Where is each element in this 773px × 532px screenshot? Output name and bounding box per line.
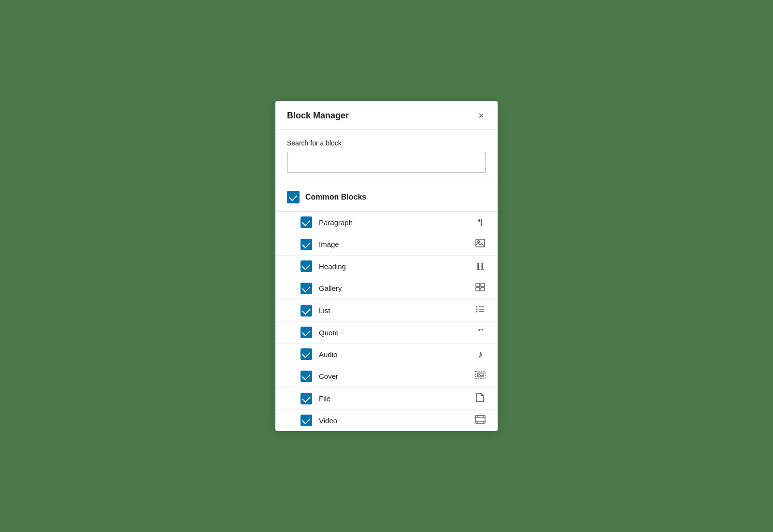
block-label-video: Video (319, 417, 337, 425)
quote-icon: “” (474, 328, 486, 337)
list-item[interactable]: Cover (275, 365, 498, 388)
search-section: Search for a block (275, 129, 498, 183)
category-section: Common Blocks Paragraph ¶ Image (275, 183, 498, 431)
block-label-gallery: Gallery (319, 284, 342, 292)
close-button[interactable]: × (476, 110, 486, 121)
svg-rect-12 (475, 371, 485, 379)
svg-point-1 (478, 241, 480, 243)
heading-icon: H (474, 261, 486, 272)
image-icon (474, 238, 486, 250)
list-item[interactable]: Paragraph ¶ (275, 212, 498, 233)
block-list: Paragraph ¶ Image (275, 212, 498, 431)
block-checkbox-gallery[interactable] (301, 283, 312, 294)
block-item-left: List (301, 305, 330, 316)
block-checkbox-image[interactable] (301, 239, 312, 250)
file-icon (474, 392, 486, 404)
block-checkbox-quote[interactable] (301, 327, 312, 338)
block-checkbox-file[interactable] (301, 393, 312, 404)
block-label-paragraph: Paragraph (319, 218, 353, 227)
svg-rect-3 (481, 283, 485, 287)
block-checkbox-audio[interactable] (301, 348, 312, 360)
block-item-left: Image (301, 239, 339, 250)
category-header[interactable]: Common Blocks (275, 183, 498, 212)
block-label-file: File (319, 394, 330, 403)
audio-icon: ♪ (474, 349, 486, 360)
list-item[interactable]: Audio ♪ (275, 344, 498, 365)
svg-rect-14 (475, 416, 485, 423)
list-item[interactable]: Heading H (275, 256, 498, 277)
block-item-left: File (301, 393, 330, 404)
search-label: Search for a block (287, 139, 486, 147)
block-item-left: Audio (301, 348, 337, 360)
svg-rect-5 (481, 288, 485, 291)
block-item-left: Cover (301, 371, 338, 382)
modal-header: Block Manager × (275, 101, 498, 129)
block-label-list: List (319, 306, 330, 315)
list-item[interactable]: Image (275, 233, 498, 256)
block-label-cover: Cover (319, 372, 338, 380)
svg-rect-4 (476, 288, 480, 291)
block-item-left: Heading (301, 260, 346, 272)
svg-rect-0 (476, 239, 485, 247)
block-manager-modal: Block Manager × Search for a block Commo… (275, 101, 498, 431)
block-label-quote: Quote (319, 329, 339, 337)
svg-rect-2 (476, 283, 480, 287)
svg-point-10 (476, 311, 478, 313)
svg-point-8 (476, 309, 478, 310)
block-label-audio: Audio (319, 350, 337, 359)
video-icon (474, 415, 486, 426)
category-checkbox[interactable] (287, 191, 300, 203)
list-item[interactable]: File (275, 388, 498, 410)
list-item[interactable]: Gallery (275, 277, 498, 300)
block-checkbox-paragraph[interactable] (301, 216, 312, 228)
block-checkbox-cover[interactable] (301, 371, 312, 382)
list-item[interactable]: Quote “” (275, 322, 498, 344)
cover-icon (474, 370, 486, 382)
search-input[interactable] (287, 152, 486, 173)
list-item[interactable]: Video (275, 410, 498, 431)
block-item-left: Video (301, 415, 337, 426)
category-label: Common Blocks (305, 193, 366, 201)
modal-title: Block Manager (287, 111, 349, 121)
block-checkbox-list[interactable] (301, 305, 312, 316)
block-checkbox-heading[interactable] (301, 260, 312, 272)
block-label-image: Image (319, 240, 339, 248)
block-label-heading: Heading (319, 262, 346, 271)
block-item-left: Paragraph (301, 216, 353, 228)
block-item-left: Quote (301, 327, 339, 338)
svg-point-6 (476, 306, 478, 308)
block-checkbox-video[interactable] (301, 415, 312, 426)
gallery-icon (474, 282, 486, 294)
list-icon (474, 304, 486, 316)
list-item[interactable]: List (275, 300, 498, 322)
paragraph-icon: ¶ (474, 217, 486, 228)
block-item-left: Gallery (301, 283, 342, 294)
